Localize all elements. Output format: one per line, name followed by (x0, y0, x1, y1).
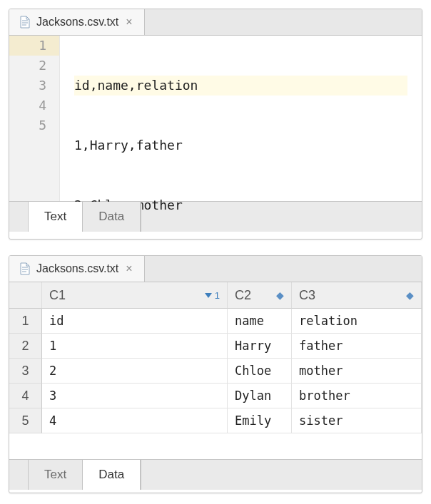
cell[interactable]: 3 (42, 384, 228, 408)
tab-label: Data (98, 210, 124, 224)
column-label: C3 (299, 288, 315, 303)
file-tab-bar: Jacksons.csv.txt × (9, 9, 422, 36)
column-header-c2[interactable]: C2 ◆ (228, 282, 292, 309)
text-editor[interactable]: 1 2 3 4 5 id,name,relation 1,Harry,fathe… (9, 36, 422, 201)
tab-label: Text (44, 210, 66, 224)
sort-order: 1 (215, 290, 220, 301)
cell[interactable]: 1 (42, 334, 228, 359)
line-number: 1 (9, 36, 59, 56)
close-icon[interactable]: × (124, 262, 133, 276)
column-header-c3[interactable]: C3 ◆ (292, 282, 422, 309)
file-tab-label: Jacksons.csv.txt (36, 262, 118, 275)
column-label: C2 (235, 288, 251, 303)
tab-text[interactable]: Text (29, 202, 83, 232)
editor-gutter: 1 2 3 4 5 (9, 36, 60, 201)
sort-desc-icon (205, 293, 212, 298)
file-tab[interactable]: Jacksons.csv.txt × (9, 9, 145, 35)
tab-label: Data (98, 468, 124, 482)
editor-panel-data: Jacksons.csv.txt × C1 1 C2 ◆ C3 ◆ 1 (9, 255, 422, 493)
cell[interactable]: 2 (42, 359, 228, 384)
sort-icon: ◆ (276, 289, 284, 301)
file-tab-bar: Jacksons.csv.txt × (9, 256, 422, 282)
cell[interactable]: brother (292, 384, 422, 408)
tab-data[interactable]: Data (83, 202, 141, 232)
cell[interactable]: Emily (228, 408, 292, 433)
tab-text[interactable]: Text (29, 460, 83, 490)
view-mode-tabs: Text Data (9, 459, 422, 490)
row-number: 4 (9, 384, 42, 408)
editor-content[interactable]: id,name,relation 1,Harry,father 2,Chloe,… (60, 36, 422, 201)
row-number: 5 (9, 408, 42, 433)
cell[interactable]: sister (292, 408, 422, 433)
cell[interactable]: relation (292, 309, 422, 334)
cell[interactable]: name (228, 309, 292, 334)
tab-data[interactable]: Data (83, 460, 141, 490)
cell[interactable]: Chloe (228, 359, 292, 384)
tab-bar-space (145, 256, 422, 282)
line-number: 4 (9, 96, 59, 115)
row-number: 3 (9, 359, 42, 384)
column-header-c1[interactable]: C1 1 (42, 282, 228, 309)
cell[interactable]: father (292, 334, 422, 359)
cell[interactable]: Harry (228, 334, 292, 359)
line-number: 2 (9, 56, 59, 76)
code-line: 1,Harry,father (74, 135, 407, 155)
tab-bar-space (145, 9, 422, 35)
view-mode-tabs: Text Data (9, 201, 422, 232)
file-tab-label: Jacksons.csv.txt (36, 16, 118, 29)
sort-icon: ◆ (406, 289, 414, 301)
sort-indicator: 1 (205, 290, 220, 301)
editor-panel-text: Jacksons.csv.txt × 1 2 3 4 5 id,name,rel… (9, 9, 422, 240)
cell[interactable]: Dylan (228, 384, 292, 408)
file-icon (19, 262, 31, 275)
close-icon[interactable]: × (124, 15, 133, 29)
line-number: 5 (9, 115, 59, 135)
file-icon (19, 16, 31, 29)
cell[interactable]: id (42, 309, 228, 334)
tab-label: Text (44, 468, 66, 482)
data-grid[interactable]: C1 1 C2 ◆ C3 ◆ 1 id name relation 2 1 Ha… (9, 282, 422, 459)
row-number: 1 (9, 309, 42, 334)
line-number: 3 (9, 76, 59, 96)
cell[interactable]: 4 (42, 408, 228, 433)
column-label: C1 (49, 288, 66, 303)
code-line: id,name,relation (74, 76, 407, 96)
row-number: 2 (9, 334, 42, 359)
cell[interactable]: mother (292, 359, 422, 384)
file-tab[interactable]: Jacksons.csv.txt × (9, 256, 145, 282)
grid-corner (9, 282, 42, 309)
